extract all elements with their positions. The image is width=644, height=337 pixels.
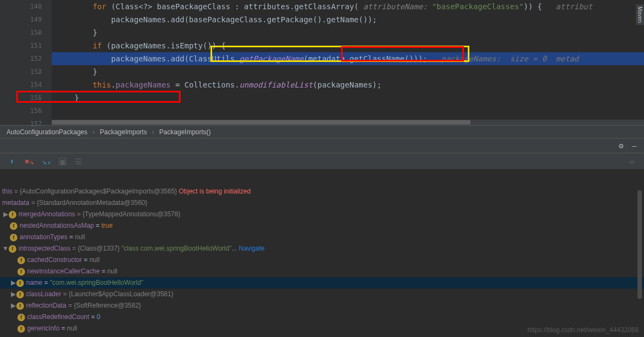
variable-row-selected[interactable]: ▶fname = "com.wei.springBootHelloWorld"	[0, 277, 644, 289]
field-icon: f	[16, 302, 24, 310]
field-icon: f	[10, 222, 17, 230]
fold-icon[interactable]: ⌃	[35, 28, 41, 34]
line-number: 156	[0, 104, 42, 117]
line-number: 157	[0, 117, 42, 130]
line-number: 154	[0, 78, 42, 91]
breadcrumb-item[interactable]: PackageImports	[100, 128, 147, 136]
field-icon: f	[10, 234, 17, 241]
variable-row[interactable]: fcachedConstructor = null	[0, 254, 644, 266]
code-editor[interactable]: 148 149 150⌃ 151 152 153⌃ 154 155⌃ 156 1…	[0, 0, 644, 125]
list-icon[interactable]: ☰	[73, 156, 84, 167]
code-line	[52, 104, 644, 117]
breadcrumb-separator-icon: ›	[152, 128, 154, 136]
variable-row[interactable]: ▼fintrospectedClass = {Class@1337} "clas…	[0, 243, 644, 254]
line-number: 149	[0, 13, 42, 26]
variables-toolbar: ⬆ ✖↘ ↘ₓ ▦ ☰ ▭	[0, 153, 644, 170]
line-number: 155⌃	[0, 91, 42, 104]
field-icon: f	[9, 211, 16, 219]
variable-row[interactable]: fannotationTypes = null	[0, 232, 644, 243]
remove-watch-icon[interactable]: ✖↘	[24, 156, 35, 167]
gear-icon[interactable]: ⚙	[616, 140, 627, 151]
line-number: 153⌃	[0, 65, 42, 78]
add-watch-icon[interactable]: ↘ₓ	[41, 156, 52, 167]
expand-arrow-icon[interactable]: ▼	[2, 243, 9, 254]
variable-row[interactable]: ▶fmergedAnnotations = {TypeMappedAnnotat…	[0, 209, 644, 220]
expand-arrow-icon[interactable]: ▶	[10, 289, 16, 300]
line-gutter: 148 149 150⌃ 151 152 153⌃ 154 155⌃ 156 1…	[0, 0, 52, 125]
field-icon: f	[17, 325, 25, 333]
expand-arrow-icon[interactable]: ▶	[2, 209, 9, 220]
variables-panel[interactable]: this = {AutoConfigurationPackages$Packag…	[0, 185, 644, 335]
variable-row[interactable]: metadata = {StandardAnnotationMetadata@3…	[0, 197, 644, 209]
code-content[interactable]: for (Class<?> basePackageClass : attribu…	[52, 0, 644, 125]
variable-row[interactable]: ▶freflectionData = {SoftReference@3582}	[0, 300, 644, 311]
vertical-scrollbar[interactable]	[637, 190, 642, 299]
variable-row[interactable]: fclassRedefinedCount = 0	[0, 311, 644, 323]
upload-icon[interactable]: ⬆	[7, 156, 17, 167]
variable-row[interactable]: fnestedAnnotationsAsMap = true	[0, 220, 644, 232]
code-line: if (packageNames.isEmpty()) {	[52, 39, 644, 52]
field-icon: f	[17, 268, 25, 276]
line-number: 150⌃	[0, 26, 42, 39]
code-line: }	[52, 91, 644, 104]
debug-panel-header: ⚙ —	[0, 138, 644, 153]
code-line: }	[52, 65, 644, 78]
grid-icon[interactable]: ▦	[59, 158, 66, 165]
navigate-link[interactable]: Navigate	[239, 245, 264, 252]
horizontal-scrollbar[interactable]	[52, 120, 644, 125]
fold-icon[interactable]: ⌃	[35, 93, 41, 99]
fold-icon[interactable]: ⌃	[35, 67, 41, 73]
code-line-current: packageNames.add(ClassUtils.getPackageNa…	[52, 52, 644, 65]
expand-arrow-icon[interactable]: ▶	[10, 277, 16, 289]
field-icon: f	[17, 257, 25, 264]
toolbar-divider	[0, 170, 644, 185]
variable-row[interactable]: this = {AutoConfigurationPackages$Packag…	[0, 186, 644, 197]
watermark-text: https://blog.csdn.net/weixin_44432069	[528, 326, 639, 334]
line-number: 151	[0, 39, 42, 52]
code-line: packageNames.add(basePackageClass.getPac…	[52, 13, 644, 26]
line-number: 148	[0, 0, 42, 13]
code-line: }	[52, 26, 644, 39]
layout-icon[interactable]: ▭	[627, 156, 637, 167]
field-icon: f	[17, 314, 25, 321]
minimize-icon[interactable]: —	[629, 140, 640, 151]
code-line: this.packageNames = Collections.unmodifi…	[52, 78, 644, 91]
field-icon: f	[9, 245, 16, 253]
variable-row[interactable]: ▶fclassLoader = {Launcher$AppClassLoader…	[0, 289, 644, 300]
breadcrumb-item[interactable]: PackageImports()	[159, 128, 211, 136]
breadcrumb-separator-icon: ›	[92, 128, 95, 136]
variable-row[interactable]: fnewInstanceCallerCache = null	[0, 266, 644, 277]
field-icon: f	[16, 291, 24, 298]
field-icon: f	[16, 279, 24, 287]
breadcrumb-bar: AutoConfigurationPackages › PackageImpor…	[0, 125, 644, 138]
line-number: 152	[0, 52, 42, 65]
code-line: for (Class<?> basePackageClass : attribu…	[52, 0, 644, 13]
expand-arrow-icon[interactable]: ▶	[10, 300, 16, 311]
scrollbar-thumb[interactable]	[52, 120, 470, 124]
